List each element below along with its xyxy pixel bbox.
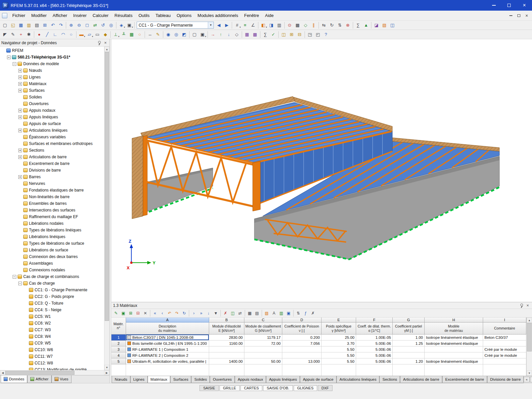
tree-item-appuis-nodaux[interactable]: +Appuis nodaux	[0, 107, 104, 114]
cell-r3-A[interactable]: RF-LAMINATE 1 | Composition 1	[126, 346, 209, 352]
calculate-all-icon[interactable]: ∑	[261, 31, 269, 39]
row-header-4[interactable]: 4	[111, 352, 126, 358]
cell-r4-B[interactable]	[209, 352, 244, 358]
tree-item-barres[interactable]: +Barres	[0, 174, 104, 180]
tree-item-cc3-q-toiture[interactable]: CC3: Q - Toiture	[0, 300, 104, 307]
combinations-icon[interactable]: ⊞	[288, 31, 296, 39]
tree-item-assemblages[interactable]: Assemblages	[0, 260, 104, 267]
perspective-icon[interactable]: ◇	[233, 31, 241, 39]
tree-item-lignes[interactable]: +Lignes	[0, 74, 104, 80]
table-caption[interactable]: 1.3 Matériaux ×	[111, 302, 532, 309]
results-icon[interactable]: ▲	[362, 21, 370, 29]
tree-item-nervures[interactable]: Nervures	[0, 180, 104, 187]
table-grid-icon[interactable]: ▦	[246, 310, 253, 317]
cell-r4-E[interactable]: 5.50	[322, 352, 356, 358]
cell-r3-F[interactable]: 5.00E-06	[356, 346, 393, 352]
scroll-track[interactable]	[104, 52, 109, 365]
cell-r5-I[interactable]	[483, 358, 526, 364]
menu-item-resultats[interactable]: Résultats	[111, 11, 135, 20]
arrange-windows-icon[interactable]: ◰	[314, 31, 322, 39]
scroll-down-icon[interactable]: ▼	[104, 365, 109, 370]
tree-item-articulations-de-barre[interactable]: +Articulations de barre	[0, 154, 104, 160]
menu-item-aide[interactable]: Aide	[262, 11, 277, 20]
menu-item-modifier[interactable]: Modifier	[28, 11, 50, 20]
view-y-icon[interactable]: ↑	[217, 31, 225, 39]
tree-item-liberations-lineiques[interactable]: Libérations linéiques	[0, 233, 104, 240]
cell-r3-G[interactable]	[393, 346, 425, 352]
cell-r1-A[interactable]: Béton C30/37 | DIN 1045-1:2008-08	[126, 334, 209, 340]
mdi-document-icon[interactable]	[2, 13, 7, 18]
guidelines-icon[interactable]: ∥	[310, 21, 318, 29]
table-tab-ouvertures[interactable]: Ouvertures	[210, 376, 235, 383]
tree-item-cc8-w4[interactable]: CC8: W4	[0, 333, 104, 340]
connect-members-icon[interactable]: ⊗	[344, 21, 352, 29]
expander-articulations-lineiques[interactable]: +	[18, 129, 22, 132]
column-header-commentaire[interactable]: Commentaire	[483, 323, 526, 334]
scroll-up-icon[interactable]: ▲	[104, 47, 109, 52]
copy-icon[interactable]: ⊞	[41, 21, 49, 29]
edit-mode-icon[interactable]: ✎	[9, 31, 17, 39]
column-letter-A[interactable]: A	[126, 318, 209, 323]
maximize-button[interactable]	[501, 0, 517, 11]
row-header-3[interactable]: 3	[111, 346, 126, 352]
cell-r3-C[interactable]	[244, 346, 282, 352]
dimensions-icon[interactable]: ≡	[241, 21, 249, 29]
snap-icon[interactable]: ⊙	[286, 21, 294, 29]
table-tab-articulations-lineiques[interactable]: Articulations linéiques	[336, 376, 379, 383]
table-tabs-first-icon[interactable]: «	[524, 377, 530, 382]
expander-cas-de-charge-et-combinaisons[interactable]: −	[13, 275, 16, 279]
view-z-icon[interactable]: ↓	[225, 31, 233, 39]
table-view-icon[interactable]: ▤	[253, 310, 261, 317]
new-surface-icon[interactable]: ▱▾	[85, 31, 93, 39]
cell-r1-B[interactable]: 2830.00	[209, 334, 244, 340]
table-tab-appuis-lineiques[interactable]: Appuis linéiques	[266, 376, 300, 383]
column-letter-I[interactable]: I	[483, 318, 526, 323]
view-manager-dropdown-arrow[interactable]: ▾	[132, 26, 133, 29]
status-dxf[interactable]: DXF	[318, 385, 332, 391]
mdi-close-button[interactable]: ×	[523, 12, 531, 19]
cell-r3-B[interactable]	[209, 346, 244, 352]
grid-icon[interactable]: ▩	[294, 21, 302, 29]
check-data-icon[interactable]: ✓	[269, 31, 277, 39]
numbering-icon[interactable]: #▾	[233, 21, 241, 29]
units-settings-icon[interactable]: ⇅	[295, 310, 302, 317]
previous-row-icon[interactable]: ‹	[159, 310, 166, 317]
snap-settings-icon[interactable]: +	[17, 31, 25, 39]
table-close-icon[interactable]: ×	[525, 303, 530, 308]
tree-item-n-uds[interactable]: +Nœuds	[0, 67, 104, 74]
zoom-window-icon[interactable]: ◻	[83, 21, 91, 29]
calculation-icon[interactable]: ∑	[354, 21, 362, 29]
status-glignes[interactable]: GLIGNES	[294, 385, 317, 391]
cut-row-icon[interactable]: ✕	[142, 310, 149, 317]
tree-item-types-de-liberations-lineiques[interactable]: Types de libérations linéiques	[0, 227, 104, 233]
hscroll-thumb[interactable]	[5, 371, 74, 375]
previous-load-case-icon[interactable]: ◀	[215, 21, 223, 29]
table-select-icon[interactable]: ▣	[120, 310, 127, 317]
tree-item-excentrement-de-barre[interactable]: Excentrement de barre	[0, 160, 104, 167]
new-member-dropdown-arrow[interactable]: ▾	[84, 35, 85, 38]
tree-item-solides[interactable]: Solides	[0, 94, 104, 100]
tree-horizontal-scrollbar[interactable]: ◀ ▶	[0, 370, 109, 375]
save-icon[interactable]: ▦	[17, 21, 25, 29]
tree-item-rfem[interactable]: RFEM	[0, 47, 104, 54]
column-header-description[interactable]: Descriptiondu matériau	[126, 323, 209, 334]
cell-r1-I[interactable]: Beton C30/37	[483, 334, 526, 340]
mdi-minimize-button[interactable]	[507, 12, 515, 19]
panel-toggle-icon[interactable]: ◫	[388, 21, 396, 29]
generate-mesh-icon[interactable]: ▦	[243, 31, 251, 39]
cell-r1-H[interactable]: Isotrope linéairement élastique	[425, 334, 483, 340]
combobox-dropdown-arrow-icon[interactable]: ▼	[208, 22, 213, 28]
tree-item-articulations-lineiques[interactable]: +Articulations linéiques	[0, 127, 104, 134]
table-pin-icon[interactable]	[519, 303, 524, 308]
table-corner-header[interactable]: Matér.n°	[111, 318, 126, 334]
table-tab-divisions-de-barre[interactable]: Divisions de barre	[487, 376, 524, 383]
mdi-restore-button[interactable]	[515, 12, 523, 19]
cell-r1-D[interactable]: 0.200	[282, 334, 322, 340]
column-header-modele[interactable]: Modèlede matériau	[425, 323, 483, 334]
close-button[interactable]: ×	[517, 0, 532, 11]
new-opening-icon[interactable]: ▭	[93, 31, 101, 39]
tree-item-liberations-nodales[interactable]: Libérations nodales	[0, 220, 104, 227]
cell-r5-C[interactable]: 50.00	[244, 358, 282, 364]
tree-item-intersections-des-surfaces[interactable]: Intersections des surfaces	[0, 207, 104, 213]
tree-item-divisions-de-barre[interactable]: Divisions de barre	[0, 167, 104, 174]
